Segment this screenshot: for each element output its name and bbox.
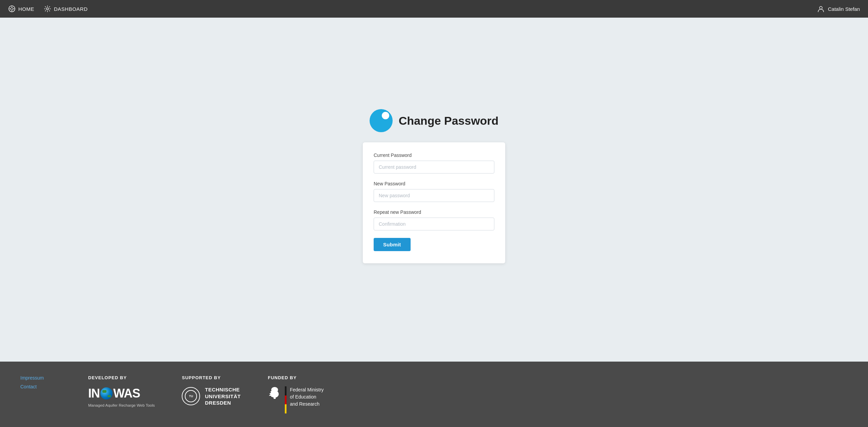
repeat-password-group: Repeat new Password xyxy=(374,209,494,230)
tu-name-line1: TECHNISCHE xyxy=(205,386,241,393)
flag-red xyxy=(285,395,287,405)
tu-emblem-inner: TU xyxy=(185,390,197,402)
new-password-label: New Password xyxy=(374,181,494,186)
svg-point-6 xyxy=(46,8,48,10)
contact-link[interactable]: Contact xyxy=(20,384,61,389)
tu-name: TECHNISCHE UNIVERSITÄT DRESDEN xyxy=(205,386,241,406)
ministry-text: Federal Ministry of Education and Resear… xyxy=(290,386,324,408)
app-logo xyxy=(370,109,393,132)
user-icon xyxy=(817,5,825,13)
navbar-left: HOME DASHBOARD xyxy=(8,5,88,13)
navbar: HOME DASHBOARD Catalin Stefan xyxy=(0,0,868,18)
change-password-form: Current Password New Password Repeat new… xyxy=(363,142,505,263)
supported-by-heading: SUPPORTED BY xyxy=(182,375,241,380)
ministry-line3: and Research xyxy=(290,401,324,408)
svg-point-7 xyxy=(820,6,822,9)
funded-logo: Federal Ministry of Education and Resear… xyxy=(268,386,324,413)
german-flag-bar xyxy=(285,386,287,413)
tu-name-line3: DRESDEN xyxy=(205,400,241,406)
new-password-group: New Password xyxy=(374,181,494,202)
page-header: Change Password xyxy=(370,109,499,132)
new-password-input[interactable] xyxy=(374,189,494,202)
gear-icon xyxy=(44,5,51,13)
impressum-link[interactable]: Impressum xyxy=(20,375,61,381)
user-name: Catalin Stefan xyxy=(828,6,860,12)
inwas-globe-icon xyxy=(100,387,113,400)
inwas-was-text: WAS xyxy=(113,386,140,401)
eagle-icon xyxy=(268,386,281,401)
svg-point-1 xyxy=(11,8,13,10)
funded-by-heading: FUNDED BY xyxy=(268,375,324,380)
footer-links-col: Impressum Contact xyxy=(20,375,61,389)
current-password-label: Current Password xyxy=(374,152,494,158)
nav-dashboard[interactable]: DASHBOARD xyxy=(44,5,88,13)
footer-developed-col: DEVELOPED BY IN WAS Managed Aquifer Rech… xyxy=(88,375,155,407)
navbar-right: Catalin Stefan xyxy=(817,5,860,13)
nav-dashboard-label: DASHBOARD xyxy=(54,6,88,12)
ministry-line1: Federal Ministry xyxy=(290,386,324,393)
submit-button[interactable]: Submit xyxy=(374,238,411,251)
tu-emblem: TU xyxy=(182,387,200,405)
flag-gold xyxy=(285,404,287,413)
tu-name-line2: UNIVERSITÄT xyxy=(205,393,241,400)
footer-supported-col: SUPPORTED BY TU TECHNISCHE UNIVERSITÄT D… xyxy=(182,375,241,406)
tu-emblem-text: TU xyxy=(189,394,193,398)
developed-by-heading: DEVELOPED BY xyxy=(88,375,155,380)
current-password-input[interactable] xyxy=(374,161,494,174)
page-title: Change Password xyxy=(399,114,499,127)
footer: Impressum Contact DEVELOPED BY IN WAS Ma… xyxy=(0,362,868,427)
nav-home[interactable]: HOME xyxy=(8,5,34,13)
inwas-tagline: Managed Aquifer Recharge Web Tools xyxy=(88,403,155,407)
inwas-in-text: IN xyxy=(88,386,100,401)
flag-black xyxy=(285,386,287,395)
footer-funded-col: FUNDED BY Federal Ministry of Education … xyxy=(268,375,324,413)
inwas-logo: IN WAS xyxy=(88,386,155,401)
current-password-group: Current Password xyxy=(374,152,494,174)
repeat-password-label: Repeat new Password xyxy=(374,209,494,215)
footer-inner: Impressum Contact DEVELOPED BY IN WAS Ma… xyxy=(20,375,848,413)
ministry-line2: of Education xyxy=(290,393,324,401)
confirmation-input[interactable] xyxy=(374,218,494,230)
tu-logo: TU TECHNISCHE UNIVERSITÄT DRESDEN xyxy=(182,386,241,406)
nav-home-label: HOME xyxy=(18,6,34,12)
main-content: Change Password Current Password New Pas… xyxy=(0,18,868,362)
home-icon xyxy=(8,5,16,13)
